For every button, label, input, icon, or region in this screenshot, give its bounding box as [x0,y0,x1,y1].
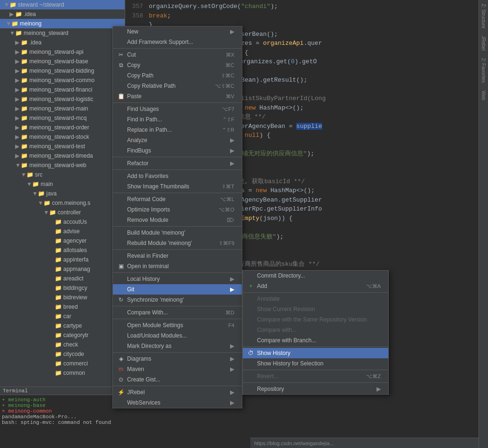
git-menu-commit-dir[interactable]: Commit Directory... [243,270,388,281]
menu-item-reveal-finder[interactable]: Reveal in Finder [113,251,242,261]
tree-item-allotsales[interactable]: 📁 allotsales [0,245,125,255]
menu-item-synchronize[interactable]: ↻ Synchronize 'meinong' [113,295,242,305]
menu-item-optimize-imports[interactable]: Optimize Imports ⌥⌘O [113,204,242,215]
git-menu-compare-branch[interactable]: Compare with Branch... [243,335,388,346]
submenu-arrow: ▶ [230,355,234,362]
separator [113,306,242,306]
menu-item-diagrams[interactable]: ◈ Diagrams ▶ [113,354,242,364]
tree-item-commo[interactable]: ▶ 📁 meinong_steward-commo [0,76,125,85]
menu-item-add-framework[interactable]: Add Framework Support... [113,37,242,47]
tree-item-breed[interactable]: 📁 breed [0,302,125,312]
tree-item-accoutUs[interactable]: 📁 accoutUs [0,217,125,227]
menu-item-maven[interactable]: m Maven ▶ [113,364,242,374]
side-tab-web[interactable]: Web [480,87,487,104]
tree-item-meinong[interactable]: ▼ 📁 meinong [0,19,125,28]
tree-item-stock[interactable]: ▶ 📁 meinong_steward-stock [0,132,125,142]
tree-item-main[interactable]: ▶ 📁 meinong_steward-main [0,104,125,113]
menu-item-new[interactable]: New ▶ [113,26,242,37]
separator [243,292,388,293]
tree-item-check[interactable]: 📁 check [0,340,125,349]
menu-item-build-module[interactable]: Build Module 'meinong' [113,228,242,238]
git-menu-add[interactable]: + Add ⌥⌘A [243,281,388,291]
menu-item-show-image-thumbnails[interactable]: Show Image Thumbnails ⇧⌘T [113,181,242,192]
menu-item-find-usages[interactable]: Find Usages ⌥F7 [113,104,242,114]
tree-item-logistic[interactable]: ▶ 📁 meinong_steward-logistic [0,94,125,104]
tree-item-bidreview[interactable]: 📁 bidreview [0,293,125,302]
tree-item-mcq[interactable]: ▶ 📁 meinong_steward-mcq [0,113,125,123]
separator [113,386,242,386]
menu-item-reformat[interactable]: Reformat Code ⌥⌘L [113,194,242,204]
git-menu-revert[interactable]: Revert... ⌥⌘Z [243,371,388,381]
menu-item-git[interactable]: Git ▶ [113,284,242,295]
menu-item-open-terminal[interactable]: ▣ Open in terminal [113,261,242,271]
menu-item-rebuild-module[interactable]: Rebuild Module 'meinong' ⇧⌘F9 [113,238,242,248]
tree-item-advise[interactable]: 📁 advise [0,227,125,236]
menu-item-load-unload[interactable]: Load/Unload Modules... [113,330,242,341]
git-menu-compare-same-repo[interactable]: Compare with the Same Repository Version [243,314,388,325]
tree-item-order[interactable]: ▶ 📁 meinong_steward-order [0,123,125,132]
tree-item-agencyer[interactable]: 📁 agencyer [0,236,125,245]
tree-item-java[interactable]: ▼ 📁 java [0,189,125,198]
menu-item-find-in-path[interactable]: Find in Path... ⌃⇧F [113,114,242,125]
tree-item-main2[interactable]: ▼ 📁 main [0,179,125,189]
separator [113,48,242,49]
separator [113,319,242,319]
git-menu-show-current-revision[interactable]: Show Current Revision [243,304,388,314]
tree-item-appmanag[interactable]: 📁 appmanag [0,264,125,274]
tree-item-com[interactable]: ▼ 📁 com.meinong.s [0,198,125,208]
git-menu-annotate[interactable]: Annotate [243,294,388,304]
separator [243,347,388,347]
tree-item-commerci[interactable]: 📁 commerci [0,359,125,368]
tree-item-api[interactable]: ▶ 📁 meinong_steward-api [0,47,125,57]
side-tab-jrebel[interactable]: JRebel [480,32,487,54]
terminal-line: bash: spting-mvc: command not found [2,420,123,425]
side-tabs-panel: Z: Structure JRebel 2: Favorites Web [479,0,488,448]
tree-item-areadict[interactable]: 📁 areadict [0,274,125,283]
tree-item-root[interactable]: ▼ 📁 steward ~/steward [0,0,125,9]
git-menu-repository[interactable]: Repository ▶ [243,384,388,394]
tree-item-meinong-steward[interactable]: ▼ 📁 meinong_steward [0,28,125,38]
menu-item-findbugs[interactable]: FindBugs ▶ [113,145,242,156]
git-menu-show-history-selection[interactable]: Show History for Selection [243,358,388,369]
tree-item-timeda[interactable]: ▶ 📁 meinong_steward-timeda [0,151,125,161]
menu-item-remove-module[interactable]: Remove Module ⌦ [113,215,242,225]
menu-item-paste[interactable]: 📋 Paste ⌘V [113,91,242,101]
tree-item-bidding[interactable]: ▶ 📁 meinong_steward-bidding [0,66,125,76]
side-tab-favorites[interactable]: 2: Favorites [480,54,487,86]
tree-item-idea2[interactable]: ▶ 📁 .idea [0,38,125,47]
tree-item-car[interactable]: 📁 car [0,312,125,321]
tree-item-financi[interactable]: ▶ 📁 meinong_steward-financi [0,85,125,94]
menu-item-open-module-settings[interactable]: Open Module Settings F4 [113,320,242,330]
tree-item-common[interactable]: 📁 common [0,368,125,378]
tree-item-idea[interactable]: ▶ 📁 .idea [0,9,125,19]
tree-item-citycode[interactable]: 📁 citycode [0,349,125,359]
tree-item-cartype[interactable]: 📁 cartype [0,321,125,330]
git-menu-show-history[interactable]: ⏱ Show History [243,348,388,358]
side-tab-structure[interactable]: Z: Structure [480,0,487,32]
tree-item-biddingcy[interactable]: 📁 biddingcy [0,283,125,293]
tree-item-web[interactable]: ▼ 📁 meinong_steward-web [0,161,125,170]
menu-item-copy[interactable]: ⧉ Copy ⌘C [113,60,242,70]
tree-item-categorytr[interactable]: 📁 categorytr [0,330,125,340]
tree-item-controller[interactable]: ▼ 📁 controller [0,208,125,217]
menu-item-copy-path[interactable]: Copy Path ⇧⌘C [113,70,242,81]
tree-item-base[interactable]: ▶ 📁 meinong_steward-base [0,57,125,66]
tree-item-src[interactable]: ▼ 📁 src [0,170,125,179]
tree-item-appinterfa[interactable]: 📁 appinterfa [0,255,125,264]
menu-item-jrebel[interactable]: ⚡ JRebel ▶ [113,387,242,397]
submenu-arrow: ▶ [230,399,234,406]
menu-item-replace-in-path[interactable]: Replace in Path... ⌃⇧R [113,125,242,135]
menu-item-copy-relative-path[interactable]: Copy Relative Path ⌥⇧⌘C [113,81,242,91]
menu-item-add-to-favorites[interactable]: Add to Favorites [113,171,242,181]
menu-item-mark-directory[interactable]: Mark Directory as ▶ [113,341,242,351]
git-menu-compare-with[interactable]: Compare with... [243,325,388,335]
menu-item-cut[interactable]: ✂ Cut ⌘X [113,50,242,60]
menu-item-compare-with[interactable]: Compare With... ⌘D [113,307,242,318]
menu-item-webservices[interactable]: WebServices ▶ [113,397,242,408]
menu-item-analyze[interactable]: Analyze ▶ [113,135,242,145]
menu-item-create-gist[interactable]: ⊙ Create Gist... [113,374,242,385]
menu-item-refactor[interactable]: Refactor ▶ [113,158,242,169]
add-icon: + [247,283,255,289]
menu-item-local-history[interactable]: Local History ▶ [113,274,242,284]
tree-item-test[interactable]: ▶ 📁 meinong_steward-test [0,142,125,151]
